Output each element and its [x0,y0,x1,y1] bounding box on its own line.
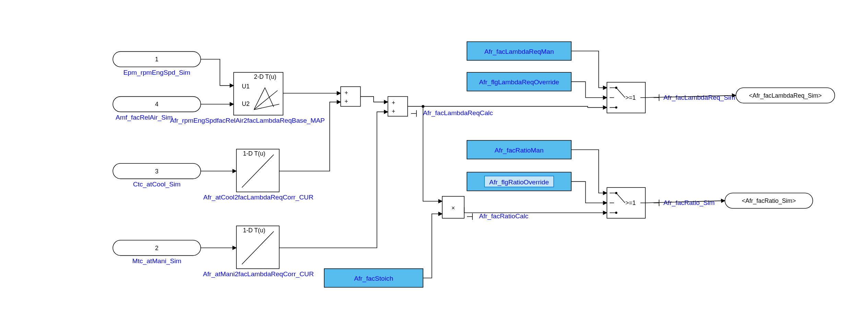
inport-2-num: 2 [155,245,159,252]
svg-rect-8 [388,97,408,117]
product-block[interactable]: × [442,196,464,218]
switch-1-crit: >=1 [625,94,636,101]
sig-ratio: Afr_facRatio_Sim [664,199,715,207]
const-c3-label: Afr_facRatioMan [495,147,544,154]
inport-4-label: Amf_facRelAir_Sim [116,114,173,121]
sum-plus-1b: + [344,98,348,105]
lookup-1d-a-label: Afr_atCool2facLambdaReqCorr_CUR [203,194,313,201]
const-facRatioMan[interactable]: Afr_facRatioMan [467,141,571,159]
sig-lambdareq: Afr_facLambdaReq_Sim [664,94,735,101]
switch-block-2[interactable]: >=1 [607,187,645,218]
inport-3[interactable]: 3 Ctc_atCool_Sim [113,163,201,188]
lookup-1d-b-title: 1-D T(u) [243,227,265,234]
inport-2[interactable]: 2 Mtc_atMani_Sim [113,240,201,265]
switch-block-1[interactable]: >=1 [607,82,645,113]
const-flgLambdaReqOverride[interactable]: Afr_flgLambdaReqOverride [467,72,571,91]
const-c5-label: Afr_facStoich [354,275,393,282]
sum-plus-2b: + [392,108,395,115]
lookup-1d-b-label: Afr_atMani2facLambdaReqCorr_CUR [203,270,314,278]
svg-point-18 [615,106,617,108]
lookup-2d-title: 2-D T(u) [254,73,276,80]
sum-block-2[interactable]: + + [388,97,408,117]
const-facStoich[interactable]: Afr_facStoich [324,269,423,287]
inport-3-label: Ctc_atCool_Sim [133,181,181,188]
svg-point-21 [615,212,617,214]
lookup-2d-label: Afr_rpmEngSpdfacRelAir2facLambdaReqBase_… [170,117,325,124]
lookup-2d-u2: U2 [242,100,250,107]
const-c4-label: Afr_flgRatioOverride [489,179,549,186]
outport-2[interactable]: <Afr_facRatio_Sim> [725,193,813,208]
sum-block-1[interactable]: + + [341,87,361,107]
lookup-1d-a-block[interactable]: 1-D T(u) Afr_atCool2facLambdaReqCorr_CUR [203,149,313,201]
product-op: × [451,205,455,211]
const-facLambdaReqMan[interactable]: Afr_facLambdaReqMan [467,42,571,60]
lookup-2d-u1: U1 [242,83,250,90]
inport-1-num: 1 [155,56,159,63]
switch-2-crit: >=1 [625,199,636,206]
sig-lambdareqcalc: Afr_facLambdaReqCalc [423,109,493,117]
sum-plus-2a: + [392,99,395,106]
inport-2-label: Mtc_atMani_Sim [132,257,181,265]
sig-ratiocalc: Afr_facRatioCalc [479,212,528,220]
const-c2-label: Afr_flgLambdaReqOverride [479,78,559,86]
svg-point-20 [615,192,617,194]
outport-1[interactable]: <Afr_facLambdaReq_Sim> [736,88,835,103]
lookup-1d-a-title: 1-D T(u) [243,150,265,157]
inport-3-num: 3 [155,168,159,175]
lookup-1d-b-block[interactable]: 1-D T(u) Afr_atMani2facLambdaReqCorr_CUR [203,226,314,278]
inport-1-label: Epm_rpmEngSpd_Sim [123,69,190,76]
const-c1-label: Afr_facLambdaReqMan [484,48,554,56]
inport-4-num: 4 [155,101,159,108]
sum-plus-1a: + [344,89,348,96]
const-flgRatioOverride[interactable]: Afr_flgRatioOverride [467,172,571,191]
outport-2-label: <Afr_facRatio_Sim> [742,197,796,205]
svg-point-17 [615,87,617,89]
outport-1-label: <Afr_facLambdaReq_Sim> [749,92,822,99]
svg-rect-7 [341,87,361,107]
inport-1[interactable]: 1 Epm_rpmEngSpd_Sim [113,51,201,76]
